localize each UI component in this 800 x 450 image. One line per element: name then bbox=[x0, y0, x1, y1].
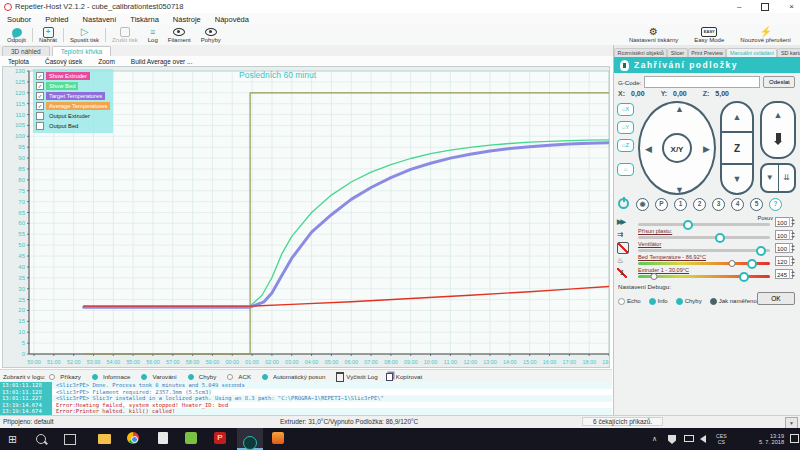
toolbar-nastaveni-tiskarny-button[interactable]: ⚙Nastavení tiskárny bbox=[624, 25, 683, 45]
checkbox-icon[interactable]: ✓ bbox=[36, 82, 44, 90]
tray-security-icon[interactable] bbox=[668, 428, 676, 450]
z-pad[interactable]: ▲Z▼ bbox=[720, 101, 754, 195]
z-up-button[interactable]: ▲ bbox=[722, 103, 752, 131]
z-down-button[interactable]: ▼ bbox=[722, 165, 752, 193]
tab-manualni-ovladani[interactable]: Manuální ovládání bbox=[726, 48, 777, 57]
preset-p-button[interactable]: P bbox=[655, 198, 668, 211]
preset-5-button[interactable]: 5 bbox=[750, 198, 763, 211]
feedrate-spinner[interactable] bbox=[789, 217, 795, 227]
log-toggle-varovani[interactable]: Varování bbox=[141, 373, 180, 380]
chart-menu-zoom[interactable]: Zoom bbox=[90, 58, 123, 65]
legend-item-show-bed[interactable]: ✓Show Bed bbox=[36, 81, 110, 90]
chart-menu-teplota[interactable]: Teplota bbox=[0, 58, 37, 65]
log-toggle-prikazy[interactable]: Příkazy bbox=[49, 373, 85, 380]
fan-slider-track[interactable] bbox=[638, 249, 770, 252]
calculator-icon[interactable] bbox=[156, 432, 170, 446]
preset-3-button[interactable]: 3 bbox=[712, 198, 725, 211]
chrome-icon[interactable] bbox=[127, 432, 141, 446]
log-toggle-chyby[interactable]: Chyby bbox=[188, 373, 221, 380]
toolbar-filament-button[interactable]: Filament bbox=[163, 25, 196, 45]
xy-home-button[interactable]: X/Y bbox=[662, 133, 692, 163]
tab-sd-karta[interactable]: SD karta bbox=[777, 48, 800, 57]
file-explorer-icon[interactable] bbox=[98, 432, 112, 446]
preset-1-button[interactable]: 1 bbox=[674, 198, 687, 211]
menu-item-nastaveni[interactable]: Nastavení bbox=[76, 15, 124, 24]
feedrate-slider-track[interactable] bbox=[638, 223, 770, 226]
toolbar-easy-mode-button[interactable]: EASYEasy Mode bbox=[689, 25, 729, 45]
fan-spinner[interactable] bbox=[789, 243, 795, 253]
fan-label[interactable]: Ventilátor bbox=[638, 241, 661, 247]
bed-temp-label[interactable]: Bed Temperature - 86,92°C bbox=[638, 254, 706, 260]
tray-language-indicator[interactable]: CESCS bbox=[716, 428, 727, 450]
extruder-temp-slider-track[interactable] bbox=[638, 275, 770, 278]
toolbar-odpojit-button[interactable]: Odpojit bbox=[2, 25, 31, 45]
close-button[interactable]: × bbox=[789, 0, 794, 13]
move-up-button[interactable]: ▲ bbox=[675, 105, 684, 114]
preset-2-button[interactable]: 2 bbox=[693, 198, 706, 211]
home-x-button[interactable]: ⌂X bbox=[617, 103, 634, 116]
legend-item-show-extruder[interactable]: ✓Show Extruder bbox=[36, 71, 110, 80]
checkbox-icon[interactable]: ✓ bbox=[36, 72, 44, 80]
tab-teplotni-krivka[interactable]: Teplotní křivka bbox=[52, 46, 112, 56]
retract-pad[interactable]: ▼⇊ bbox=[760, 163, 796, 193]
extruder-temp-spinner[interactable] bbox=[789, 269, 795, 279]
menu-item-tiskarna[interactable]: Tiskárna bbox=[123, 15, 165, 24]
menu-item-soubor[interactable]: Soubor bbox=[0, 15, 38, 24]
power-button[interactable] bbox=[618, 198, 629, 209]
start-button[interactable]: ⊞ bbox=[8, 432, 22, 446]
checkbox-icon[interactable] bbox=[36, 112, 44, 120]
move-down-button[interactable]: ▼ bbox=[675, 186, 684, 195]
chart-menu-build-average-over[interactable]: Build Average over ... bbox=[123, 58, 201, 65]
extruder-temp-label[interactable]: Extruder 1 - 30,09°C bbox=[638, 267, 689, 273]
debug-jak-namereno-toggle[interactable]: Jak naměřeno bbox=[710, 298, 757, 305]
move-right-button[interactable]: ▶ bbox=[703, 145, 710, 154]
log-toggle-automaticky-posun[interactable]: Automatický posun bbox=[262, 373, 329, 380]
preset--button[interactable]: ◉ bbox=[636, 198, 649, 211]
legend-item-output-bed[interactable]: Output Bed bbox=[36, 121, 110, 130]
xy-pad[interactable]: ▲▼◀▶X/Y bbox=[638, 101, 716, 195]
legend-item-output-extruder[interactable]: Output Extruder bbox=[36, 111, 110, 120]
toolbar-pohyby-button[interactable]: Pohyby bbox=[196, 25, 226, 45]
tray-volume-icon[interactable] bbox=[700, 428, 706, 450]
flow-slider-track[interactable] bbox=[638, 236, 770, 239]
tray-display-icon[interactable] bbox=[684, 428, 694, 450]
flow-spinner[interactable] bbox=[789, 230, 795, 240]
menu-item-pohled[interactable]: Pohled bbox=[38, 15, 75, 24]
tray-clock[interactable]: 13:195. 7. 2018 bbox=[742, 428, 784, 450]
gcode-input[interactable] bbox=[644, 76, 760, 88]
extruder-temp-slider-handle[interactable] bbox=[739, 272, 749, 282]
tray-notification-icon[interactable] bbox=[790, 428, 799, 450]
toolbar-nahrat-button[interactable]: +Nahrát bbox=[34, 25, 62, 45]
debug-info-toggle[interactable]: Info bbox=[649, 298, 668, 305]
checkbox-icon[interactable]: ✓ bbox=[36, 92, 44, 100]
preset-4-button[interactable]: 4 bbox=[731, 198, 744, 211]
flow-label[interactable]: Přísun plastu: bbox=[638, 228, 672, 234]
log-toggle-ack[interactable]: ACK bbox=[227, 373, 255, 380]
log-vycistit-log-button[interactable]: Vyčistit Log bbox=[336, 372, 377, 382]
debug-chyby-toggle[interactable]: Chyby bbox=[676, 298, 702, 305]
ok-button[interactable]: OK bbox=[757, 292, 795, 305]
minimize-button[interactable]: – bbox=[737, 0, 741, 13]
send-gcode-button[interactable]: Odeslat bbox=[763, 76, 795, 88]
tab-print-preview[interactable]: Print Preview bbox=[688, 48, 727, 57]
maximize-button[interactable] bbox=[761, 3, 769, 11]
tab-slicer[interactable]: Slicer bbox=[667, 48, 687, 57]
bed-temp-slider-track[interactable] bbox=[638, 262, 770, 265]
preset--button[interactable]: ? bbox=[769, 198, 782, 211]
menu-item-napoveda[interactable]: Nápověda bbox=[208, 15, 256, 24]
toolbar-nouzove-preruseni-button[interactable]: ⚡Nouzové přerušení bbox=[735, 25, 796, 45]
home-y-button[interactable]: ⌂Y bbox=[617, 121, 634, 134]
checkbox-icon[interactable] bbox=[36, 122, 44, 130]
move-left-button[interactable]: ◀ bbox=[645, 145, 652, 154]
bed-temp-spinner[interactable] bbox=[789, 256, 795, 266]
checkbox-icon[interactable]: ✓ bbox=[36, 102, 44, 110]
slicer-app-icon[interactable] bbox=[185, 432, 199, 446]
chart-menu-casovy-usek[interactable]: Časový úsek bbox=[37, 58, 90, 65]
legend-item-average-temperatures[interactable]: ✓Average Temperatures bbox=[36, 101, 110, 110]
search-button[interactable] bbox=[36, 432, 50, 446]
server-app-icon[interactable] bbox=[272, 432, 286, 446]
extruder-pad[interactable]: ▲ bbox=[760, 101, 796, 159]
pdf-app-icon[interactable]: P bbox=[214, 432, 228, 446]
legend-item-target-temperatures[interactable]: ✓Target Temperatures bbox=[36, 91, 110, 100]
retract-button[interactable]: ⇊ bbox=[779, 165, 795, 191]
